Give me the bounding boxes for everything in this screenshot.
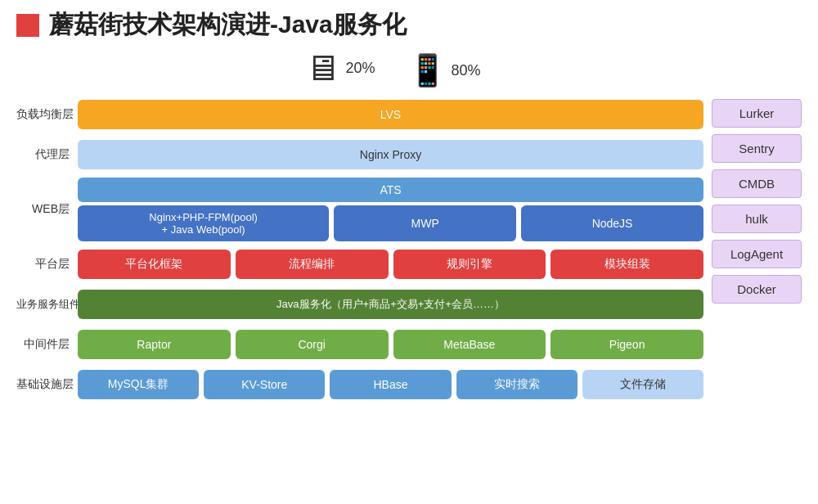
monitor-label: 20% [345,60,375,77]
mwp-box: MWP [334,205,516,241]
content-middleware: Raptor Corgi MetaBase Pigeon [78,330,703,359]
row-infra: 基础设施层 MySQL集群 KV-Store HBase 实时搜索 文件存储 [16,367,703,403]
row-web: WEB层 ATS Nginx+PHP-FPM(pool) + Java Web(… [16,177,703,242]
title-row: 蘑菇街技术架构演进-Java服务化 [16,8,802,42]
content-area: 🖥 20% 📱 80% 负载均衡层 LVS 代理层 Nginx Pr [16,50,802,496]
content-infra: MySQL集群 KV-Store HBase 实时搜索 文件存储 [78,370,703,399]
nginx-proxy-box: Nginx Proxy [78,140,703,169]
right-sidebar: Lurker Sentry CMDB hulk LogAgent Docker [712,50,802,496]
mysql-box: MySQL集群 [78,370,199,399]
page-title: 蘑菇街技术架构演进-Java服务化 [49,8,407,42]
phone-icon: 📱 [408,55,447,86]
realtime-search-box: 实时搜索 [456,370,578,399]
sidebar-hulk: hulk [712,205,802,233]
main-diagram: 🖥 20% 📱 80% 负载均衡层 LVS 代理层 Nginx Pr [16,50,712,496]
label-infra: 基础设施层 [16,377,78,392]
label-lvs: 负载均衡层 [16,107,78,122]
nodejs-box: NodeJS [521,205,703,241]
platform-box-0: 平台化框架 [78,250,231,279]
pigeon-box: Pigeon [551,330,703,359]
hbase-box: HBase [330,370,451,399]
platform-box-2: 规则引擎 [393,250,546,279]
kvstore-box: KV-Store [204,370,325,399]
monitor-icon: 🖥 [304,50,340,86]
sidebar-logagent: LogAgent [712,240,802,268]
file-storage-box: 文件存储 [582,370,703,399]
web-container: ATS Nginx+PHP-FPM(pool) + Java Web(pool)… [78,178,703,241]
label-proxy: 代理层 [16,147,78,162]
page: 蘑菇街技术架构演进-Java服务化 🖥 20% 📱 80% 负载均衡层 L [0,0,818,504]
content-platform: 平台化框架 流程编排 规则引擎 模块组装 [78,250,703,279]
sidebar-docker: Docker [712,275,802,304]
row-platform: 平台层 平台化框架 流程编排 规则引擎 模块组装 [16,246,703,282]
sidebar-sentry: Sentry [712,134,802,163]
platform-box-1: 流程编排 [236,250,389,279]
sidebar-lurker: Lurker [712,99,802,128]
content-web: ATS Nginx+PHP-FPM(pool) + Java Web(pool)… [78,178,703,241]
label-web: WEB层 [16,202,78,217]
phone-item: 📱 80% [408,55,481,86]
phone-label: 80% [452,62,481,79]
web-bottom-row: Nginx+PHP-FPM(pool) + Java Web(pool) MWP… [78,205,703,241]
platform-box-3: 模块组装 [551,250,703,279]
row-proxy: 代理层 Nginx Proxy [16,137,703,173]
title-square-icon [16,14,39,37]
nginx-php-box: Nginx+PHP-FPM(pool) + Java Web(pool) [78,205,329,241]
content-proxy: Nginx Proxy [78,140,703,169]
content-business: Java服务化（用户+商品+交易+支付+会员……） [78,290,703,319]
sidebar-cmdb: CMDB [712,169,802,198]
icons-row: 🖥 20% 📱 80% [16,50,703,86]
label-middleware: 中间件层 [16,337,78,352]
metabase-box: MetaBase [393,330,546,359]
content-lvs: LVS [78,100,703,129]
label-platform: 平台层 [16,257,78,272]
row-middleware: 中间件层 Raptor Corgi MetaBase Pigeon [16,326,703,362]
row-business: 业务服务组件层 Java服务化（用户+商品+交易+支付+会员……） [16,286,703,322]
monitor-item: 🖥 20% [304,50,375,86]
raptor-box: Raptor [78,330,231,359]
java-service-box: Java服务化（用户+商品+交易+支付+会员……） [78,290,703,319]
ats-box: ATS [78,178,703,202]
corgi-box: Corgi [236,330,389,359]
row-lvs: 负载均衡层 LVS [16,97,703,133]
label-business: 业务服务组件层 [16,297,78,312]
lvs-box: LVS [78,100,703,129]
